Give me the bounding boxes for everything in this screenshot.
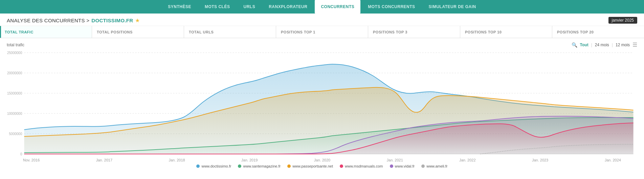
svg-text:20000000: 20000000: [7, 71, 22, 75]
legend-doctissimo[interactable]: www.doctissimo.fr: [196, 164, 231, 168]
nav-item-mots-cles[interactable]: MOTS CLÉS: [199, 0, 236, 14]
nav-item-urls[interactable]: URLS: [237, 0, 261, 14]
nav-item-synthese[interactable]: SYNTHÈSE: [162, 0, 197, 14]
svg-text:10000000: 10000000: [7, 112, 22, 116]
chart-area: 25000000 20000000 15000000 10000000 5000…: [7, 49, 637, 161]
metric-positions-top1[interactable]: POSITIONS TOP 1: [276, 26, 368, 38]
metric-total-urls[interactable]: TOTAL URLS: [184, 26, 276, 38]
legend-label-doctissimo: www.doctissimo.fr: [201, 164, 231, 168]
legend-dot-msdmanuals: [340, 164, 343, 168]
svg-text:25000000: 25000000: [7, 51, 22, 55]
favorite-star-icon[interactable]: ★: [135, 17, 140, 24]
legend-dot-vidal: [390, 164, 393, 168]
chart-legend: www.doctissimo.fr www.santemagazine.fr w…: [7, 162, 637, 170]
filter-12mois[interactable]: 12 mois: [616, 43, 630, 47]
nav-item-ranxplorateur[interactable]: RANXPLORATEUR: [263, 0, 313, 14]
chart-header: total trafic 🔍 Tout | 24 mois | 12 mois …: [7, 42, 637, 48]
legend-msdmanuals[interactable]: www.msdmanuals.com: [340, 164, 383, 168]
legend-dot-doctissimo: [196, 164, 200, 168]
search-icon[interactable]: 🔍: [572, 42, 577, 48]
svg-text:15000000: 15000000: [7, 92, 22, 95]
legend-label-msdmanuals: www.msdmanuals.com: [345, 164, 383, 168]
page-header: ANALYSE DES CONCURRENTS > DOCTISSIMO.FR …: [0, 14, 644, 26]
legend-passeportsante[interactable]: www.passeportsante.net: [287, 164, 333, 168]
chart-controls: 🔍 Tout | 24 mois | 12 mois ☰: [572, 42, 637, 48]
legend-dot-santemagazine: [238, 164, 241, 168]
page-title-domain: DOCTISSIMO.FR: [91, 18, 133, 23]
chart-options-icon[interactable]: ☰: [632, 42, 637, 48]
x-label-jan2024: Jan. 2024: [605, 158, 621, 162]
legend-dot-passeportsante: [287, 164, 291, 168]
x-axis-labels: Nov. 2016 Jan. 2017 Jan. 2018 Jan. 2019 …: [7, 158, 637, 162]
chart-container: total trafic 🔍 Tout | 24 mois | 12 mois …: [0, 38, 644, 173]
nav-item-mots-concurrents[interactable]: MOTS CONCURRENTS: [362, 0, 421, 14]
x-label-jan2018: Jan. 2018: [169, 158, 185, 162]
chart-svg: 25000000 20000000 15000000 10000000 5000…: [7, 49, 637, 161]
x-label-jan2023: Jan. 2023: [532, 158, 548, 162]
legend-vidal[interactable]: www.vidal.fr: [390, 164, 415, 168]
x-label-jan2020: Jan. 2020: [314, 158, 330, 162]
metrics-bar: TOTAL TRAFIC TOTAL POSITIONS TOTAL URLS …: [0, 26, 644, 38]
metric-total-positions[interactable]: TOTAL POSITIONS: [92, 26, 184, 38]
metric-positions-top20[interactable]: POSITIONS TOP 20: [552, 26, 644, 38]
x-label-jan2022: Jan. 2022: [459, 158, 475, 162]
legend-label-santemagazine: www.santemagazine.fr: [243, 164, 281, 168]
svg-text:5000000: 5000000: [9, 132, 22, 136]
nav-item-simulateur[interactable]: SIMULATEUR DE GAIN: [423, 0, 482, 14]
chart-label: total trafic: [7, 43, 24, 47]
nav-item-concurrents[interactable]: CONCURRENTS: [315, 0, 360, 14]
x-label-jan2017: Jan. 2017: [96, 158, 112, 162]
metric-total-trafic[interactable]: TOTAL TRAFIC: [0, 26, 92, 38]
date-badge: janvier 2025: [608, 17, 637, 24]
filter-24mois[interactable]: 24 mois: [595, 43, 609, 47]
legend-label-passeportsante: www.passeportsante.net: [292, 164, 333, 168]
filter-tout[interactable]: Tout: [580, 43, 589, 47]
metric-positions-top10[interactable]: POSITIONS TOP 10: [460, 26, 552, 38]
svg-text:0: 0: [20, 152, 22, 156]
metric-positions-top3[interactable]: POSITIONS TOP 3: [368, 26, 460, 38]
legend-dot-ameli: [421, 164, 425, 168]
breadcrumb: ANALYSE DES CONCURRENTS > DOCTISSIMO.FR …: [7, 17, 140, 24]
x-label-jan2021: Jan. 2021: [387, 158, 403, 162]
legend-label-ameli: www.ameli.fr: [426, 164, 447, 168]
x-label-nov2016: Nov. 2016: [23, 158, 40, 162]
x-label-jan2019: Jan. 2019: [241, 158, 258, 162]
legend-santemagazine[interactable]: www.santemagazine.fr: [238, 164, 281, 168]
legend-ameli[interactable]: www.ameli.fr: [421, 164, 447, 168]
top-navigation: SYNTHÈSE MOTS CLÉS URLS RANXPLORATEUR CO…: [0, 0, 644, 14]
page-title-prefix: ANALYSE DES CONCURRENTS >: [7, 18, 89, 23]
legend-label-vidal: www.vidal.fr: [395, 164, 415, 168]
